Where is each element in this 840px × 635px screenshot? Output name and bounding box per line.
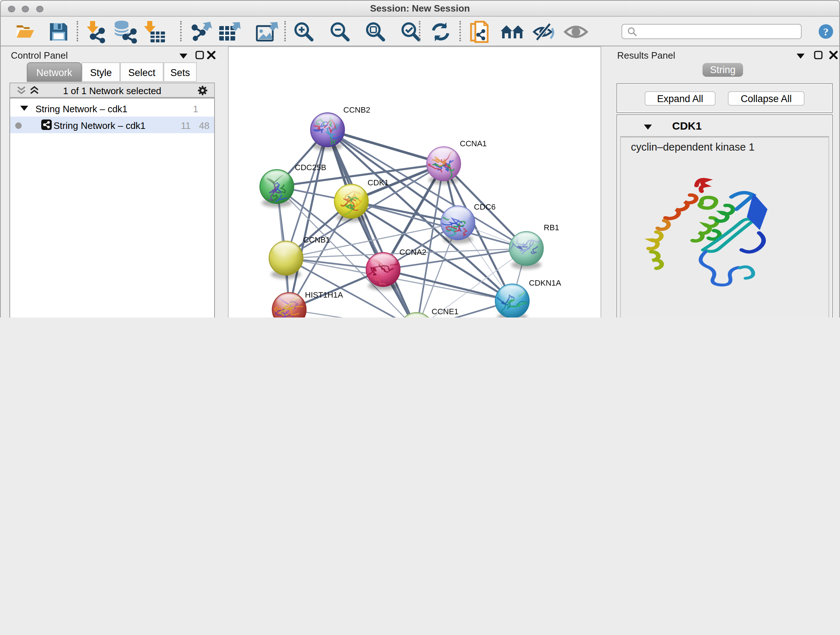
svg-text:CDC25B: CDC25B	[295, 163, 326, 172]
svg-text:CCNB2: CCNB2	[343, 105, 370, 114]
svg-text:CCNB1: CCNB1	[303, 235, 330, 244]
svg-text:CDKN1A: CDKN1A	[529, 278, 561, 287]
svg-text:CCNE1: CCNE1	[431, 307, 459, 316]
svg-text:CDC6: CDC6	[474, 202, 496, 211]
svg-text:CCNA1: CCNA1	[460, 139, 487, 148]
svg-text:CCNA2: CCNA2	[399, 247, 426, 256]
svg-text:HIST1H1A: HIST1H1A	[305, 290, 343, 299]
svg-text:CDK1: CDK1	[368, 178, 389, 187]
svg-text:?: ?	[823, 26, 829, 38]
svg-text:RB1: RB1	[544, 223, 559, 232]
